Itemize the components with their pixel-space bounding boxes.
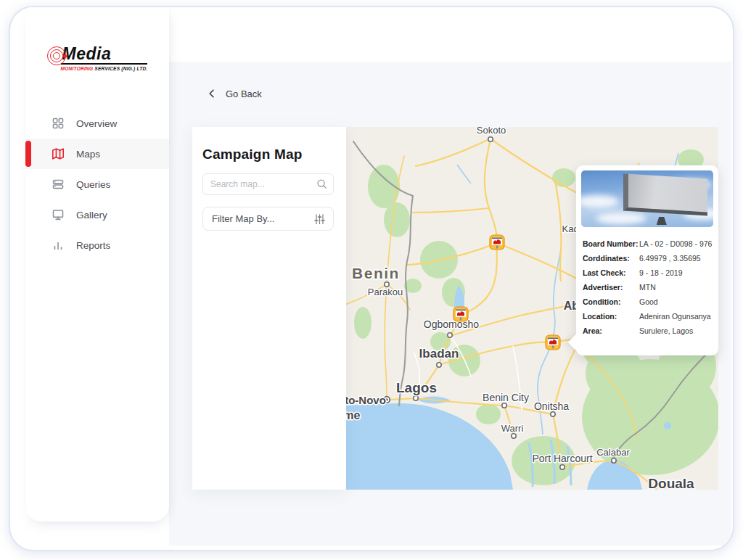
filter-label: Filter Map By... [212, 213, 274, 224]
city-dot [551, 412, 555, 416]
brand-name: Media [61, 45, 148, 65]
city-dot [448, 333, 452, 337]
gallery-icon [52, 208, 65, 221]
field-area: Area:Surulere, Lagos [583, 324, 713, 338]
field-location: Location:Adeniran Ogunsanya Road [583, 309, 713, 324]
field-condition: Condition:Good [583, 295, 713, 309]
city-label: Benin City [483, 392, 529, 403]
city-label: Ibadan [419, 347, 459, 361]
map-search [202, 173, 334, 195]
city-label: Onitsha [534, 400, 569, 412]
sidebar-item-gallery[interactable]: Gallery [25, 199, 169, 230]
field-advertiser: Advertiser:MTN [583, 280, 713, 295]
city-dot [502, 403, 506, 408]
company-logo: Media MONITORING SERVICES (NIG.) LTD. [25, 45, 169, 71]
city-label: Calabar [596, 447, 630, 458]
sidebar-item-maps[interactable]: Maps [25, 139, 169, 169]
city-label: Ogbomosho [424, 318, 479, 330]
billboard-pole [657, 217, 667, 225]
billboard-photo [581, 170, 713, 227]
queries-icon [52, 178, 65, 191]
city-dot [437, 363, 441, 367]
city-dot [612, 458, 616, 463]
city-dot [560, 465, 565, 469]
city-label: Porto-Novo [346, 394, 386, 406]
city-dot [414, 396, 418, 400]
city-dot [512, 434, 516, 438]
sidebar-item-overview[interactable]: Overview [25, 108, 169, 139]
field-coordinates: Corddinates:6.49979 , 3.35695 [583, 251, 713, 265]
city-label: Warri [501, 423, 524, 434]
billboard-marker[interactable] [453, 306, 469, 322]
search-icon [316, 178, 327, 189]
field-last-check: Last Check:9 - 18 - 2019 [583, 265, 713, 280]
city-label: Lome [346, 409, 360, 421]
reports-icon [52, 239, 65, 252]
grid-icon [52, 117, 65, 130]
city-label: Port Harcourt [532, 453, 592, 464]
city-label: Lagos [396, 380, 437, 395]
billboard-info-card: Board Number:LA - 02 - D0098 - 976 Cordd… [576, 165, 718, 355]
app-window: Media MONITORING SERVICES (NIG.) LTD. Ov… [9, 6, 734, 551]
billboard-marker[interactable] [489, 234, 505, 250]
go-back-button[interactable]: Go Back [207, 86, 262, 102]
billboard-marker[interactable] [545, 334, 561, 350]
city-label: Parakou [368, 287, 403, 297]
country-label: Benin [352, 265, 400, 281]
sidebar-item-reports[interactable]: Reports [25, 230, 169, 260]
map-icon [52, 147, 65, 160]
logo-spiral-icon [47, 46, 67, 68]
field-board-number: Board Number:LA - 02 - D0098 - 976 [583, 236, 713, 251]
city-label: Sokoto [477, 127, 506, 136]
city-dot [488, 137, 493, 141]
search-input[interactable] [202, 173, 334, 195]
billboard-face [623, 173, 707, 216]
billboard-fields: Board Number:LA - 02 - D0098 - 976 Cordd… [583, 236, 713, 338]
sliders-icon [314, 213, 325, 224]
go-back-label: Go Back [226, 88, 262, 99]
brand-subtitle: MONITORING SERVICES (NIG.) LTD. [61, 66, 148, 71]
sidebar-item-queries[interactable]: Queries [25, 169, 169, 199]
filter-map-button[interactable]: Filter Map By... [202, 207, 334, 231]
sidebar: Media MONITORING SERVICES (NIG.) LTD. Ov… [25, 7, 169, 522]
chevron-left-icon [207, 88, 217, 99]
campaign-map-panel: Campaign Map Filter Map By... [192, 127, 346, 490]
city-label: Douala [648, 476, 694, 490]
panel-title: Campaign Map [202, 147, 346, 162]
